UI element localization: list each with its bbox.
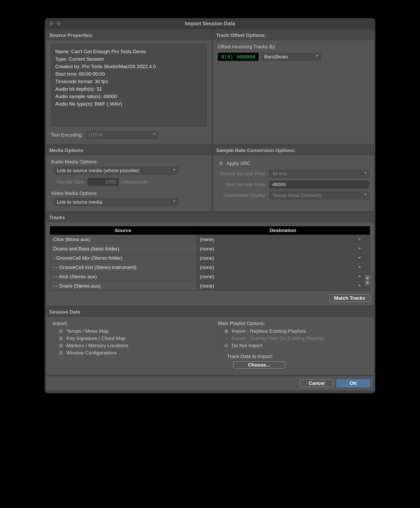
text-encoding-select[interactable]: UTF-8	[86, 131, 158, 139]
dest-rate-input[interactable]	[269, 181, 369, 188]
quality-label: Conversion Quality:	[218, 193, 269, 198]
track-source-cell: Click (Mono aux)	[50, 235, 196, 244]
window-config-checkbox[interactable]	[59, 351, 63, 355]
key-sig-checkbox[interactable]	[59, 336, 63, 341]
offset-value-input[interactable]: 0|0| 000000	[218, 53, 259, 61]
dialog-footer: Cancel OK	[46, 376, 374, 390]
source-properties-panel: Source Properties: Name: Can't Get Enoug…	[46, 30, 212, 144]
track-destination-select[interactable]: (none)	[197, 254, 364, 262]
import-session-dialog: Import Session Data Source Properties: N…	[45, 18, 375, 393]
track-source-cell: Drums and Bass (basic folder)	[50, 244, 196, 253]
text-encoding-label: Text Encoding:	[51, 132, 83, 138]
panel-header: Session Data	[46, 307, 374, 317]
playlist-donot-radio[interactable]	[224, 343, 229, 348]
handle-size-input[interactable]	[88, 178, 119, 186]
tracks-panel: Tracks Source Destination Click (Mono au…	[46, 213, 374, 306]
choose-button[interactable]: Choose...	[233, 361, 285, 369]
panel-header: Sample Rate Conversion Options:	[213, 146, 374, 155]
traffic-lights	[45, 21, 61, 26]
scrollbar[interactable]: ▲ ▼	[365, 235, 370, 290]
window-title: Import Session Data	[45, 21, 375, 27]
offset-unit-select[interactable]: Bars|Beats	[261, 53, 321, 61]
src-rate: Audio sample rate(s): 48000	[55, 93, 203, 100]
table-row[interactable]: - GrooveCell Mix (Stereo folder)(none)	[50, 253, 365, 263]
playlist-replace-label: Import - Replace Existing Playlists	[232, 328, 306, 334]
tempo-map-label: Tempo / Meter Map	[66, 328, 109, 334]
table-row[interactable]: Drums and Bass (basic folder)(none)	[50, 244, 365, 253]
video-media-select[interactable]: Link to source media	[54, 198, 178, 206]
track-offset-panel: Track Offset Options: Offset Incoming Tr…	[213, 30, 374, 144]
close-icon[interactable]	[49, 21, 53, 26]
track-source-cell: - - GrooveCell Inst (Stereo instrument)	[50, 263, 196, 272]
src-bits: Audio bit depth(s): 32	[55, 85, 203, 93]
playlist-replace-radio[interactable]	[224, 329, 229, 334]
session-data-panel: Session Data Import: Tempo / Meter Map K…	[46, 307, 374, 375]
src-start: Start time: 00:00:00:00	[55, 70, 203, 78]
handle-size-label: Handle Size:	[57, 179, 85, 185]
playlist-overlay-radio	[224, 336, 229, 341]
src-conversion-panel: Sample Rate Conversion Options: Apply SR…	[213, 146, 374, 211]
track-source-cell: - - Kick (Stereo aux)	[50, 272, 196, 281]
media-options-panel: Media Options Audio Media Options: Link …	[46, 146, 212, 211]
table-row[interactable]: - - Snare (Stereo aux)(none)	[50, 281, 365, 290]
audio-media-select[interactable]: Link to source media (where possible)	[54, 167, 178, 174]
src-name: Name: Can't Get Enough Pro Tools Demo	[55, 48, 203, 55]
apply-src-label: Apply SRC	[227, 161, 251, 166]
import-label: Import:	[52, 321, 202, 326]
playlist-options-label: Main Playlist Options:	[218, 321, 368, 326]
scroll-up-icon[interactable]: ▲	[365, 275, 370, 280]
panel-header: Track Offset Options:	[213, 30, 374, 40]
table-row[interactable]: - - GrooveCell Inst (Stereo instrument)(…	[50, 263, 365, 272]
panel-header: Tracks	[46, 213, 374, 223]
window-config-label: Window Configurations	[66, 350, 117, 356]
track-destination-select[interactable]: (none)	[197, 264, 364, 271]
scroll-down-icon[interactable]: ▼	[365, 280, 370, 285]
playlist-overlay-label: Import - Overlay New On Existing Playlis…	[232, 336, 324, 341]
offset-label: Offset Incoming Tracks By:	[218, 44, 369, 50]
tempo-map-checkbox[interactable]	[59, 329, 63, 334]
src-type: Type: Current Session	[55, 55, 203, 63]
source-rate-select[interactable]: 48 kHz	[269, 170, 369, 178]
track-source-cell: - GrooveCell Mix (Stereo folder)	[50, 253, 196, 263]
video-media-label: Video Media Options:	[51, 190, 207, 196]
minimize-icon[interactable]	[57, 21, 61, 26]
src-created: Created by: Pro Tools Studio/MacOS 2022.…	[55, 63, 203, 70]
audio-media-label: Audio Media Options:	[51, 159, 207, 165]
table-row[interactable]: - - Kick (Stereo aux)(none)	[50, 272, 365, 281]
key-sig-label: Key Signature / Chord Map	[66, 336, 126, 341]
panel-header: Source Properties:	[46, 30, 212, 40]
titlebar: Import Session Data	[45, 18, 375, 29]
quality-select[interactable]: Tweak Head (Slowest)	[269, 192, 369, 199]
panel-header: Media Options	[46, 146, 212, 155]
source-rate-label: Source Sample Rate:	[218, 171, 269, 177]
tracks-table: Source Destination Click (Mono aux)(none…	[50, 226, 370, 291]
source-properties-text: Name: Can't Get Enough Pro Tools Demo Ty…	[51, 44, 207, 126]
apply-src-checkbox[interactable]	[219, 161, 223, 166]
cancel-button[interactable]: Cancel	[300, 379, 333, 387]
table-row[interactable]: Click (Mono aux)(none)	[50, 235, 365, 244]
src-tc: Timecode format: 30 fps	[55, 78, 203, 85]
track-destination-select[interactable]: (none)	[197, 236, 364, 243]
match-tracks-button[interactable]: Match Tracks	[329, 294, 370, 302]
track-destination-select[interactable]: (none)	[197, 273, 364, 281]
ok-button[interactable]: OK	[337, 379, 370, 387]
column-destination: Destination	[196, 228, 370, 233]
track-source-cell: - - Snare (Stereo aux)	[50, 281, 196, 290]
markers-label: Markers / Memory Locations	[66, 343, 128, 348]
dest-rate-label: Dest Sample Rate:	[218, 182, 269, 187]
handle-unit-label: milliseconds	[121, 179, 148, 185]
src-ftype: Audio file type(s): BWF (.WAV)	[55, 100, 203, 108]
track-destination-select[interactable]: (none)	[197, 282, 364, 290]
column-source: Source	[50, 228, 196, 233]
markers-checkbox[interactable]	[59, 343, 63, 348]
track-destination-select[interactable]: (none)	[197, 245, 364, 253]
track-data-label: Track Data to Import:	[224, 354, 368, 359]
playlist-donot-label: Do Not Import	[232, 343, 262, 348]
